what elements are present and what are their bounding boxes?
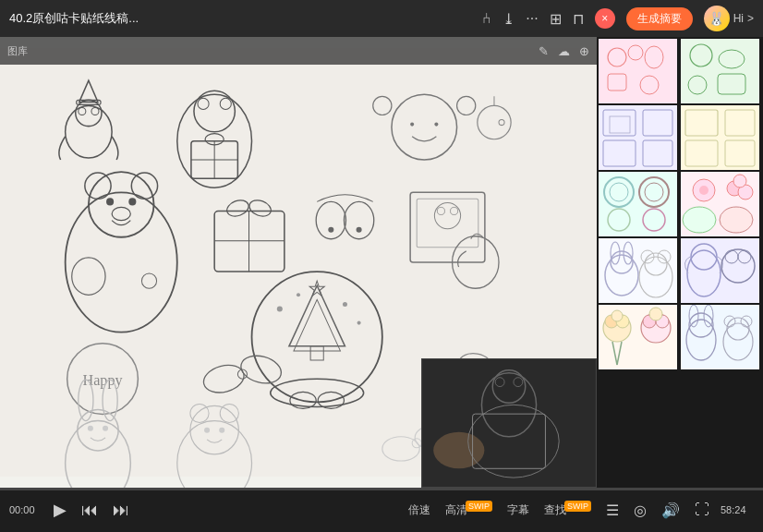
play-button[interactable]: ▶	[50, 500, 70, 520]
svg-point-19	[434, 123, 438, 127]
sidebar-thumb-3[interactable]	[599, 105, 677, 170]
svg-point-54	[343, 302, 347, 307]
svg-point-124	[683, 207, 716, 233]
svg-point-125	[720, 207, 753, 233]
danmu-icon[interactable]: ◎	[630, 502, 650, 519]
more-icon[interactable]: ···	[526, 10, 538, 27]
prev-button[interactable]: ⏮	[78, 501, 102, 520]
edit-icon[interactable]: ✎	[539, 44, 549, 58]
svg-point-39	[328, 227, 333, 233]
summary-button[interactable]: 生成摘要	[626, 7, 693, 30]
main-content: Happy	[0, 37, 763, 488]
time-total: 58:24	[721, 504, 754, 515]
svg-rect-100	[599, 105, 677, 170]
bottom-controls: 00:00 ▶ ⏮ ⏭ 倍速 高清SWIP 字幕 查找SWIP ☰ ◎ 🔊 ⛶ …	[0, 488, 763, 532]
progress-bar-container[interactable]	[0, 488, 763, 490]
sidebar-grid	[597, 37, 763, 371]
sidebar-thumb-1[interactable]	[599, 39, 677, 103]
camera-svg	[422, 359, 596, 487]
cloud-icon[interactable]: ☁	[558, 44, 570, 58]
svg-rect-150	[681, 305, 759, 369]
svg-rect-106	[681, 105, 759, 170]
svg-point-28	[128, 198, 136, 205]
svg-point-71	[103, 426, 108, 431]
avatar-chevron: >	[747, 12, 754, 25]
speed-label[interactable]: 倍速	[405, 501, 434, 520]
svg-point-145	[612, 310, 623, 321]
svg-point-55	[357, 321, 361, 325]
svg-point-18	[410, 123, 414, 127]
fullscreen-icon[interactable]: ⛶	[691, 502, 713, 518]
close-button[interactable]: ×	[595, 8, 615, 29]
sidebar-thumb-2[interactable]	[681, 39, 759, 103]
sidebar-thumb-5[interactable]	[599, 172, 677, 236]
camera-content	[422, 359, 596, 487]
svg-point-76	[204, 428, 210, 433]
video-area: Happy	[0, 37, 597, 488]
avatar-hi: Hi	[733, 12, 744, 25]
hd-label[interactable]: 高清SWIP	[442, 499, 496, 521]
sidebar-thumb-7[interactable]	[599, 238, 677, 303]
right-sidebar	[597, 37, 763, 488]
svg-point-52	[277, 306, 283, 311]
avatar-area[interactable]: 🐰 Hi >	[704, 6, 754, 31]
camera-inset	[421, 358, 597, 488]
download-icon[interactable]: ⤓	[503, 10, 515, 28]
svg-point-27	[106, 198, 114, 205]
subtitle-label[interactable]: 字幕	[503, 501, 533, 520]
svg-point-120	[699, 186, 708, 195]
svg-point-123	[733, 175, 746, 187]
video-canvas: Happy	[0, 37, 597, 488]
avatar: 🐰	[704, 6, 730, 31]
top-bar-icons: ⑃ ⤓ ··· ⊞ ⊓ × 生成摘要 🐰 Hi >	[482, 6, 754, 31]
hd-badge: SWIP	[466, 501, 492, 512]
svg-point-70	[88, 426, 93, 431]
svg-point-149	[649, 308, 662, 320]
add-icon[interactable]: ⊕	[579, 44, 589, 58]
sidebar-thumb-9[interactable]	[599, 305, 677, 369]
sidebar-thumb-6[interactable]	[681, 172, 759, 236]
video-toolbar: 图库 ✎ ☁ ⊕	[0, 37, 597, 65]
toolbar-label: 图库	[7, 44, 28, 58]
share-icon[interactable]: ⑃	[482, 10, 491, 27]
svg-rect-89	[599, 39, 677, 103]
toolbar-icons: ✎ ☁ ⊕	[539, 44, 589, 58]
video-title: 40.2原创咕卡贴纸线稿...	[9, 10, 475, 27]
svg-point-53	[297, 293, 300, 296]
sidebar-thumb-10[interactable]	[681, 305, 759, 369]
svg-rect-81	[422, 359, 595, 487]
search-label[interactable]: 查找SWIP	[540, 499, 595, 521]
time-current: 00:00	[9, 504, 42, 515]
top-bar: 40.2原创咕卡贴纸线稿... ⑃ ⤓ ··· ⊞ ⊓ × 生成摘要 🐰 Hi …	[0, 0, 763, 37]
pip-icon[interactable]: ⊓	[573, 10, 584, 28]
screen-icon[interactable]: ⊞	[550, 10, 562, 28]
volume-icon[interactable]: 🔊	[658, 502, 684, 519]
sidebar-thumb-4[interactable]	[681, 105, 759, 170]
list-icon[interactable]: ☰	[602, 502, 623, 519]
sidebar-thumb-8[interactable]	[681, 238, 759, 303]
search-badge: SWIP	[564, 501, 591, 512]
svg-point-40	[357, 227, 362, 233]
next-button[interactable]: ⏭	[109, 501, 133, 520]
svg-point-77	[219, 428, 224, 433]
